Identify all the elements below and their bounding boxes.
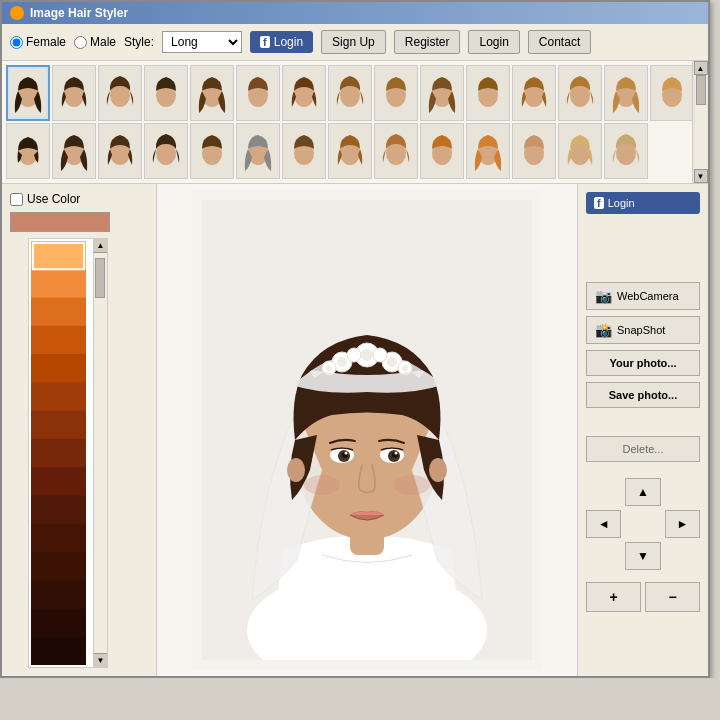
use-color-checkbox[interactable] xyxy=(10,193,23,206)
main-window: Image Hair Styler Female Male Style: Lon… xyxy=(0,0,710,678)
scroll-up-btn[interactable]: ▲ xyxy=(694,61,708,75)
color-palette: ▲ ▼ xyxy=(28,238,108,668)
svg-point-85 xyxy=(287,458,305,482)
use-color-row: Use Color xyxy=(10,192,148,206)
navigation-grid: ▲ ◄ ► ▼ xyxy=(586,478,700,570)
hair-thumb[interactable] xyxy=(144,123,188,179)
hair-thumb[interactable] xyxy=(374,123,418,179)
save-photo-button[interactable]: Save photo... xyxy=(586,382,700,408)
gender-male-radio[interactable] xyxy=(74,36,87,49)
gender-male-label[interactable]: Male xyxy=(74,35,116,49)
nav-right-button[interactable]: ► xyxy=(665,510,700,538)
scroll-down-btn[interactable]: ▼ xyxy=(694,169,708,183)
register-button[interactable]: Register xyxy=(394,30,461,54)
hair-thumb[interactable] xyxy=(558,123,602,179)
signup-button[interactable]: Sign Up xyxy=(321,30,386,54)
svg-point-84 xyxy=(394,475,430,495)
hair-thumb[interactable] xyxy=(512,123,556,179)
facebook-icon: f xyxy=(260,36,270,48)
zoom-in-button[interactable]: + xyxy=(586,582,641,612)
hair-thumb[interactable] xyxy=(236,123,280,179)
svg-point-72 xyxy=(373,348,387,362)
hair-thumb[interactable] xyxy=(6,65,50,121)
palette-scroll-track xyxy=(94,253,107,653)
nav-center xyxy=(625,510,660,538)
hair-thumb[interactable] xyxy=(420,65,464,121)
hair-thumb[interactable] xyxy=(650,65,694,121)
hair-thumb[interactable] xyxy=(98,65,142,121)
svg-point-74 xyxy=(402,365,408,371)
hair-thumb[interactable] xyxy=(604,123,648,179)
hair-thumb[interactable] xyxy=(466,65,510,121)
login-button[interactable]: Login xyxy=(468,30,519,54)
hair-thumb[interactable] xyxy=(512,65,556,121)
delete-section: Delete... xyxy=(586,436,700,462)
svg-point-68 xyxy=(387,357,397,367)
center-panel xyxy=(157,184,578,676)
hair-thumb[interactable] xyxy=(328,65,372,121)
window-title: Image Hair Styler xyxy=(30,6,128,20)
palette-scroll-down[interactable]: ▼ xyxy=(94,653,107,667)
hair-thumb[interactable] xyxy=(604,65,648,121)
svg-point-64 xyxy=(337,357,347,367)
hair-thumb[interactable] xyxy=(98,123,142,179)
use-color-label: Use Color xyxy=(27,192,80,206)
hair-thumb[interactable] xyxy=(6,123,50,179)
hair-gallery-grid xyxy=(6,65,704,179)
hair-thumb[interactable] xyxy=(282,65,326,121)
nav-up-button[interactable]: ▲ xyxy=(625,478,660,506)
hair-thumb[interactable] xyxy=(558,65,602,121)
color-swatch[interactable] xyxy=(10,212,110,232)
svg-point-81 xyxy=(345,452,348,455)
svg-point-71 xyxy=(347,348,361,362)
hair-thumb[interactable] xyxy=(374,65,418,121)
right-fb-login-button[interactable]: f Login xyxy=(586,192,700,214)
webcamera-icon: 📷 xyxy=(595,288,612,304)
gallery-scrollbar[interactable]: ▲ ▼ xyxy=(692,61,708,183)
zoom-out-button[interactable]: − xyxy=(645,582,700,612)
hair-thumb[interactable] xyxy=(282,123,326,179)
svg-point-70 xyxy=(326,365,332,371)
gender-female-label[interactable]: Female xyxy=(10,35,66,49)
hair-thumb[interactable] xyxy=(236,65,280,121)
bride-photo xyxy=(202,200,532,660)
gender-female-radio[interactable] xyxy=(10,36,23,49)
photo-container xyxy=(192,190,542,670)
action-buttons: 📷 WebCamera 📸 SnapShot Your photo... Sav… xyxy=(586,282,700,408)
main-area: Use Color ▲ ▼ xyxy=(2,184,708,676)
palette-scroll-up[interactable]: ▲ xyxy=(94,239,107,253)
svg-point-83 xyxy=(304,475,340,495)
hair-gallery: ▲ ▼ xyxy=(2,61,708,184)
hair-thumb[interactable] xyxy=(420,123,464,179)
hair-thumb[interactable] xyxy=(190,123,234,179)
title-bar: Image Hair Styler xyxy=(2,2,708,24)
nav-left-button[interactable]: ◄ xyxy=(586,510,621,538)
svg-point-82 xyxy=(395,452,398,455)
palette-canvas[interactable] xyxy=(31,241,86,665)
palette-scrollbar[interactable]: ▲ ▼ xyxy=(93,239,107,667)
contact-button[interactable]: Contact xyxy=(528,30,591,54)
palette-scroll-thumb[interactable] xyxy=(95,258,105,298)
hair-thumb[interactable] xyxy=(52,123,96,179)
snapshot-icon: 📸 xyxy=(595,322,612,338)
snapshot-button[interactable]: 📸 SnapShot xyxy=(586,316,700,344)
hair-thumb[interactable] xyxy=(52,65,96,121)
title-bar-icon xyxy=(10,6,24,20)
webcamera-button[interactable]: 📷 WebCamera xyxy=(586,282,700,310)
hair-thumb[interactable] xyxy=(328,123,372,179)
zoom-row: + − xyxy=(586,582,700,612)
scroll-thumb[interactable] xyxy=(696,75,706,105)
right-panel: f Login 📷 WebCamera 📸 SnapShot Your phot xyxy=(578,184,708,676)
toolbar: Female Male Style: Long Short Medium Cur… xyxy=(2,24,708,61)
your-photo-button[interactable]: Your photo... xyxy=(586,350,700,376)
left-panel: Use Color ▲ ▼ xyxy=(2,184,157,676)
hair-thumb[interactable] xyxy=(144,65,188,121)
delete-button[interactable]: Delete... xyxy=(586,436,700,462)
hair-thumb[interactable] xyxy=(466,123,510,179)
fb-login-button[interactable]: f Login xyxy=(250,31,313,53)
style-select[interactable]: Long Short Medium Curly xyxy=(162,31,242,53)
fb-icon-right: f xyxy=(594,197,604,209)
hair-thumb[interactable] xyxy=(190,65,234,121)
nav-down-button[interactable]: ▼ xyxy=(625,542,660,570)
svg-point-66 xyxy=(361,349,373,361)
